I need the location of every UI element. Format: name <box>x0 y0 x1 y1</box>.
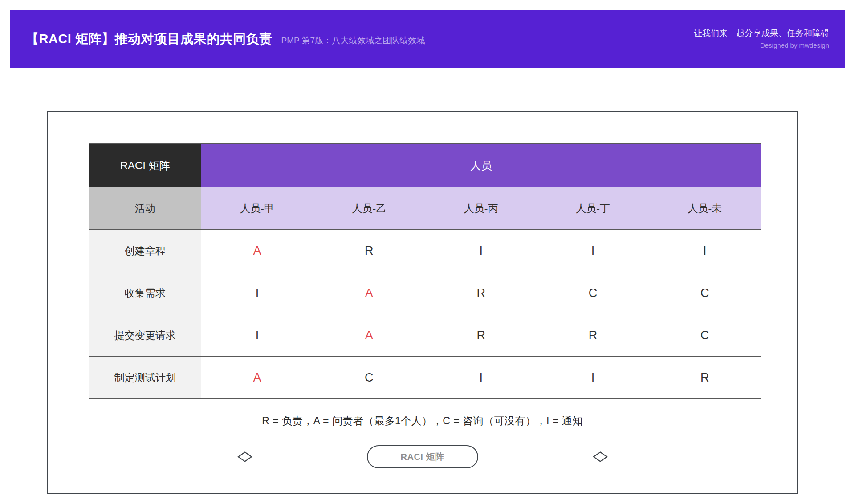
dashed-connector <box>253 457 367 457</box>
raci-value-cell: R <box>425 272 537 314</box>
activity-cell: 创建章程 <box>89 230 201 272</box>
raci-value-cell: C <box>537 272 649 314</box>
raci-value-cell: R <box>313 230 425 272</box>
table-row: 收集需求 I A R C C <box>89 272 761 314</box>
header-tagline: 让我们来一起分享成果、任务和障碍 <box>694 28 829 39</box>
raci-value-cell: R <box>425 314 537 357</box>
table-row: 提交变更请求 I A R R C <box>89 314 761 357</box>
raci-value-cell: I <box>201 314 313 357</box>
raci-value-cell: A <box>313 272 425 314</box>
activity-cell: 提交变更请求 <box>89 314 201 357</box>
activity-header-cell: 活动 <box>89 187 201 230</box>
header-right: 让我们来一起分享成果、任务和障碍 Designed by mwdesign <box>694 28 829 50</box>
table-header-row-people: 活动 人员-甲 人员-乙 人员-丙 人员-丁 人员-未 <box>89 187 761 230</box>
raci-value-cell: I <box>425 230 537 272</box>
person-header-cell: 人员-甲 <box>201 187 313 230</box>
person-header-cell: 人员-丁 <box>537 187 649 230</box>
header-credit: Designed by mwdesign <box>694 41 829 50</box>
raci-value-cell: R <box>649 357 761 399</box>
raci-value-cell: I <box>649 230 761 272</box>
table-header-row-group: RACI 矩阵 人员 <box>89 144 761 187</box>
page-title: 【RACI 矩阵】推动对项目成果的共同负责 <box>26 30 272 48</box>
corner-cell: RACI 矩阵 <box>89 144 201 187</box>
dashed-connector <box>478 457 592 457</box>
content-frame: RACI 矩阵 人员 活动 人员-甲 人员-乙 人员-丙 人员-丁 人员-未 创… <box>47 111 798 494</box>
person-header-cell: 人员-未 <box>649 187 761 230</box>
raci-value-cell: A <box>313 314 425 357</box>
table-row: 制定测试计划 A C I I R <box>89 357 761 399</box>
raci-matrix-table: RACI 矩阵 人员 活动 人员-甲 人员-乙 人员-丙 人员-丁 人员-未 创… <box>89 143 761 399</box>
diamond-icon <box>237 451 253 463</box>
raci-legend: R = 负责，A = 问责者（最多1个人），C = 咨询（可没有），I = 通知 <box>48 414 797 428</box>
table-row: 创建章程 A R I I I <box>89 230 761 272</box>
page-subtitle: PMP 第7版：八大绩效域之团队绩效域 <box>281 35 425 46</box>
raci-value-cell: I <box>425 357 537 399</box>
activity-cell: 制定测试计划 <box>89 357 201 399</box>
person-header-cell: 人员-丙 <box>425 187 537 230</box>
footer-decoration: RACI 矩阵 <box>48 445 797 468</box>
person-header-cell: 人员-乙 <box>313 187 425 230</box>
raci-value-cell: I <box>537 357 649 399</box>
raci-value-cell: A <box>201 230 313 272</box>
raci-value-cell: R <box>537 314 649 357</box>
raci-value-cell: C <box>313 357 425 399</box>
raci-value-cell: C <box>649 314 761 357</box>
raci-value-cell: C <box>649 272 761 314</box>
raci-badge: RACI 矩阵 <box>367 445 478 468</box>
header-banner: 【RACI 矩阵】推动对项目成果的共同负责 PMP 第7版：八大绩效域之团队绩效… <box>10 10 845 68</box>
activity-cell: 收集需求 <box>89 272 201 314</box>
page: 【RACI 矩阵】推动对项目成果的共同负责 PMP 第7版：八大绩效域之团队绩效… <box>0 0 855 504</box>
raci-value-cell: I <box>201 272 313 314</box>
diamond-icon <box>592 451 608 463</box>
group-header-cell: 人员 <box>201 144 761 187</box>
header-left: 【RACI 矩阵】推动对项目成果的共同负责 PMP 第7版：八大绩效域之团队绩效… <box>26 30 425 48</box>
raci-value-cell: A <box>201 357 313 399</box>
raci-value-cell: I <box>537 230 649 272</box>
